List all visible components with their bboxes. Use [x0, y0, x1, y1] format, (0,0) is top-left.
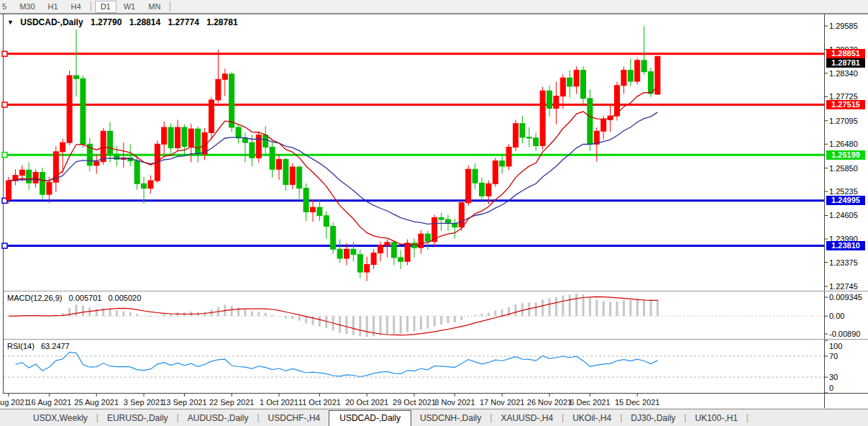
chart-tab-dj30-daily[interactable]: DJ30-,Daily: [622, 411, 684, 426]
candle-body: [277, 159, 282, 169]
candle-body: [162, 127, 167, 144]
timeframe-button-h4[interactable]: H4: [65, 1, 87, 13]
date-axis-label: 29 Oct 2021: [393, 398, 436, 407]
macd-histogram-bar: [231, 306, 233, 316]
macd-histogram-bar: [467, 316, 470, 317]
timeframe-button-m30[interactable]: M30: [14, 1, 40, 13]
date-axis-label: 6 Dec 2021: [570, 398, 610, 407]
candle-body: [6, 181, 12, 199]
date-axis-label: 8 Nov 2021: [434, 398, 475, 407]
chart-tab-xauusd-h4[interactable]: XAUUSD-,H4: [492, 411, 562, 426]
macd-histogram-bar: [521, 303, 524, 316]
candle-body: [148, 181, 153, 189]
macd-histogram-bar: [494, 311, 496, 317]
timeframe-button-h1[interactable]: H1: [42, 1, 64, 13]
candle-body: [365, 264, 370, 272]
macd-histogram-bar: [136, 314, 138, 316]
candle-body: [317, 207, 322, 216]
symbol-dropdown-icon[interactable]: ▼: [7, 19, 14, 26]
macd-histogram-bar: [204, 312, 206, 316]
price-axis-label: 1.25235: [829, 187, 867, 196]
chart-tab-audusd-daily[interactable]: AUDUSD-,Daily: [179, 411, 257, 426]
chart-tab-usdcad-daily[interactable]: USDCAD-,Daily: [329, 410, 411, 426]
chart-tab-usdchf-h4[interactable]: USDCHF-,H4: [260, 411, 329, 426]
candle-body: [574, 71, 579, 86]
rsi-axis-label: 0: [829, 384, 867, 392]
macd-histogram-bar: [298, 316, 301, 320]
macd-histogram-bar: [393, 316, 395, 334]
price-level-badge-1.24995: 1.24995: [826, 196, 865, 205]
candle-body: [74, 76, 79, 78]
candle-body: [108, 131, 113, 154]
candle-body: [196, 129, 201, 154]
macd-histogram-bar: [555, 297, 557, 316]
rsi-indicator-label: RSI(14) 63.2477: [7, 342, 70, 350]
timeframe-button-d1[interactable]: D1: [95, 1, 117, 13]
date-axis-label: 20 Oct 2021: [345, 398, 388, 407]
macd-histogram-bar: [82, 306, 84, 317]
candle-body: [405, 243, 410, 261]
candle-body: [357, 255, 362, 272]
date-axis-label: 22 Sep 2021: [209, 398, 254, 407]
rsi-axis-label: 100: [829, 342, 867, 350]
date-axis-label: 11 Oct 2021: [298, 398, 341, 407]
candle-body: [425, 234, 430, 242]
timeframe-toolbar: 5M30H1H4D1W1MN: [0, 0, 868, 14]
price-level-badge-1.23810: 1.23810: [826, 241, 865, 250]
candle-body: [175, 127, 181, 148]
candle-body: [371, 253, 376, 265]
candle-body: [459, 203, 464, 227]
macd-histogram-bar: [96, 309, 98, 316]
macd-histogram-bar: [447, 316, 449, 323]
chart-tab-usdcnh-daily[interactable]: USDCNH-,Daily: [411, 411, 490, 426]
chart-title: ▼ USDCAD-,Daily 1.27790 1.28814 1.27774 …: [7, 17, 238, 27]
candle-body: [67, 76, 72, 142]
macd-histogram-bar: [595, 300, 598, 317]
candle-body: [560, 78, 565, 96]
hline-handle-1.26199[interactable]: [2, 153, 7, 158]
macd-histogram-bar: [116, 310, 118, 316]
macd-histogram-bar: [549, 299, 551, 316]
candle-body: [500, 161, 505, 166]
candle-body: [378, 245, 383, 253]
macd-histogram-bar: [163, 314, 165, 316]
candle-body: [472, 169, 478, 183]
macd-histogram-bar: [589, 298, 591, 316]
current-price-badge: 1.28781: [826, 58, 865, 68]
macd-histogram-bar: [400, 316, 402, 333]
chart-canvas: [0, 14, 868, 408]
macd-histogram-bar: [143, 316, 145, 317]
date-axis-label: 25 Aug 2021: [74, 398, 119, 407]
macd-histogram-bar: [285, 316, 287, 318]
chart-tab-uk100-h1[interactable]: UK100-,H1: [686, 411, 746, 426]
date-axis-label: 1 Oct 2021: [260, 398, 298, 407]
candle-body: [209, 100, 214, 133]
hline-handle-1.23810[interactable]: [2, 243, 7, 248]
candle-body: [520, 124, 525, 137]
chart-tab-usdx-weekly[interactable]: USDX,Weekly: [24, 411, 96, 426]
date-axis-label: 17 Nov 2021: [480, 398, 524, 407]
chart-tab-eurusd-daily[interactable]: EURUSD-,Daily: [99, 411, 177, 426]
timeframe-button-mn[interactable]: MN: [142, 1, 166, 13]
timeframe-button-5[interactable]: 5: [0, 1, 12, 13]
macd-histogram-bar: [657, 299, 659, 316]
chart-tab-ukoil-h4[interactable]: UKOil-,H4: [564, 411, 620, 426]
macd-histogram-bar: [346, 316, 348, 334]
price-axis-label: 1.22745: [829, 282, 867, 291]
toolbar-separator: [170, 1, 170, 12]
hline-handle-1.28851[interactable]: [2, 51, 7, 56]
macd-histogram-bar: [150, 316, 152, 317]
macd-histogram-bar: [122, 312, 124, 317]
candle-body: [594, 131, 599, 144]
macd-histogram-bar: [609, 302, 611, 316]
candle-body: [256, 135, 261, 158]
hline-handle-1.27515[interactable]: [2, 102, 7, 107]
macd-histogram-bar: [535, 302, 537, 316]
candle-body: [81, 78, 86, 144]
macd-histogram-bar: [623, 300, 625, 316]
date-axis-label: 6 Aug 2021: [0, 398, 29, 407]
candle-body: [466, 169, 471, 203]
rsi-axis-label: 30: [829, 373, 867, 381]
candle-body: [649, 72, 654, 94]
timeframe-button-w1[interactable]: W1: [118, 1, 142, 13]
